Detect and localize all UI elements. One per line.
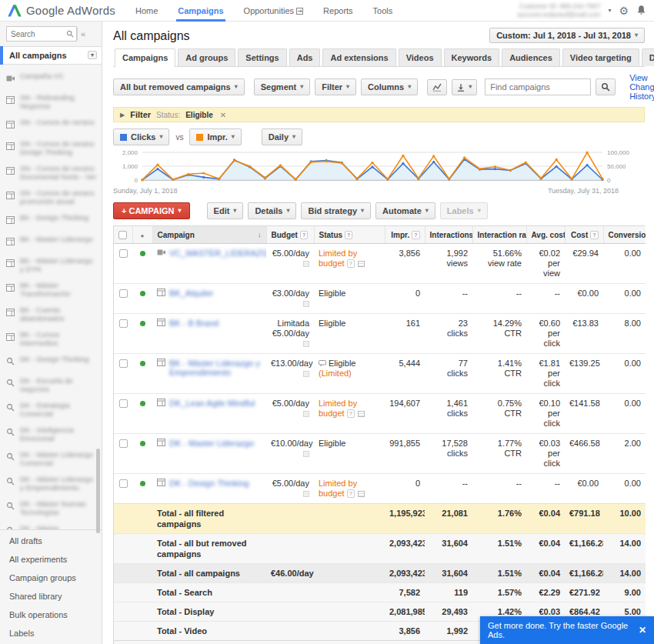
chart-toggle-button[interactable] (427, 79, 447, 95)
col-impr-[interactable]: Impr.? (385, 226, 425, 244)
filter-button[interactable]: Filter▾ (315, 78, 356, 95)
sidebar-item-shared-library[interactable]: Shared library (0, 587, 102, 606)
tab-audiences[interactable]: Audiences (502, 48, 560, 66)
sidebar-scrollbar[interactable] (96, 449, 100, 533)
sidebar-campaign-item[interactable]: SN - Rebranding Negocios (0, 89, 102, 114)
sidebar-campaign-item[interactable]: DK - Máster Transformación Digital Avanz… (0, 520, 102, 529)
nav-item-opportunities[interactable]: Opportunities (242, 1, 305, 22)
col-avg-cost[interactable]: Avg. cost? (526, 226, 565, 244)
sidebar-campaign-item[interactable]: DK - Máster Liderazgo Comercial (0, 446, 102, 471)
row-checkbox[interactable] (119, 439, 128, 448)
col-budget[interactable]: Budget? (266, 226, 314, 244)
report-sheet-icon[interactable] (358, 261, 365, 267)
sidebar-campaign-item[interactable]: SN - Cursos de verano promoción anual (0, 185, 102, 209)
edit-budget-icon[interactable] (303, 341, 309, 347)
campaign-link[interactable]: BK_Alquiler (169, 289, 213, 298)
sidebar-campaign-item[interactable]: DK - Máster Liderazgo y Emprendimiento (0, 471, 102, 496)
sidebar-item-campaign-groups[interactable]: Campaign groups (0, 569, 102, 587)
sidebar-item-all-campaigns[interactable]: All campaigns ▾ (0, 46, 102, 65)
sidebar-campaign-item[interactable]: BK - Cuenta abandonados (0, 302, 102, 326)
expand-triangle-icon[interactable]: ▶ (120, 112, 125, 118)
columns-button[interactable]: Columns▾ (361, 78, 418, 95)
gear-icon[interactable]: ⚙ (619, 5, 629, 16)
sidebar-campaign-item[interactable]: DK - Escuela de negocios (0, 372, 102, 397)
sidebar-campaign-item[interactable]: SN - Cursos de verano Documental Norte -… (0, 160, 102, 185)
col-interactions[interactable]: Interactions? (425, 226, 472, 244)
edit-budget-icon[interactable] (303, 261, 309, 267)
status-dot-column-header[interactable]: ● (132, 226, 152, 244)
select-all-checkbox[interactable] (114, 226, 132, 244)
find-search-button[interactable] (596, 78, 616, 95)
tab-video-targeting[interactable]: Video targeting (562, 48, 639, 66)
col-cost[interactable]: Cost? (565, 226, 603, 244)
campaign-link[interactable]: BK - B Brand (169, 319, 219, 328)
col-conversions[interactable]: Conversions? (603, 226, 646, 244)
row-checkbox[interactable] (119, 289, 128, 298)
edit-budget-icon[interactable] (303, 451, 309, 457)
automate-button[interactable]: Automate▾ (375, 202, 435, 219)
sidebar-campaign-item[interactable]: BK - Cursos intermedios (0, 326, 102, 351)
sidebar-campaign-item[interactable]: BK - Master Liderazgo (0, 231, 102, 252)
row-checkbox[interactable] (119, 319, 128, 328)
help-icon[interactable]: ? (590, 231, 598, 239)
sidebar-campaign-item[interactable]: DK - Inteligencia Emocional (0, 422, 102, 446)
tab-ad-extensions[interactable]: Ad extensions (322, 48, 395, 66)
tab-dimensions[interactable]: Dimensions (642, 48, 654, 66)
tab-settings[interactable]: Settings (238, 48, 286, 66)
sidebar-campaign-item[interactable]: SN - Cursos de verano Design Thinking (0, 135, 102, 160)
find-campaigns-input[interactable] (485, 78, 591, 95)
close-icon[interactable]: ✕ (639, 625, 646, 636)
nav-item-campaigns[interactable]: Campaigns (176, 1, 225, 22)
tab-ad-groups[interactable]: Ad groups (178, 48, 235, 66)
edit-budget-icon[interactable] (303, 411, 309, 417)
edit-budget-icon[interactable] (303, 371, 309, 377)
chevron-down-icon[interactable]: ▾ (88, 51, 97, 59)
new-campaign-button[interactable]: + CAMPAIGN▾ (113, 202, 190, 219)
report-sheet-icon[interactable] (358, 411, 365, 417)
help-icon[interactable]: ? (412, 231, 419, 239)
metric2-selector[interactable]: Impr.▾ (189, 128, 241, 145)
help-icon[interactable]: ? (347, 409, 355, 418)
tab-videos[interactable]: Videos (399, 48, 442, 66)
tab-campaigns[interactable]: Campaigns (115, 48, 175, 67)
sidebar-campaign-item[interactable]: Campaña VC (0, 68, 102, 89)
col-status[interactable]: Status? (314, 226, 385, 244)
sidebar-campaign-item[interactable]: DK - Máster Nuevas Tecnologías (0, 496, 102, 520)
interval-selector[interactable]: Daily▾ (262, 128, 302, 145)
campaign-link[interactable]: DK - Design Thinking (169, 479, 249, 488)
details-button[interactable]: Details▾ (248, 202, 296, 219)
sidebar-item-labels[interactable]: Labels (0, 624, 102, 642)
google-ads-promo-banner[interactable]: Get more done. Try the faster Google Ads… (480, 616, 654, 644)
sidebar-item-all-drafts[interactable]: All drafts (0, 532, 102, 550)
account-menu-caret[interactable]: ▾ (608, 8, 611, 14)
filter-bar-label[interactable]: Filter (130, 110, 151, 119)
remove-filter-icon[interactable]: ✕ (220, 111, 226, 119)
bid-strategy-button[interactable]: Bid strategy▾ (301, 202, 371, 219)
sidebar-campaign-item[interactable]: DK - Design Thinking (0, 351, 102, 372)
edit-budget-icon[interactable] (303, 301, 309, 307)
col-interaction-rate[interactable]: Interaction rate? (472, 226, 526, 244)
sidebar-search-icon[interactable] (66, 27, 74, 41)
view-change-history-link[interactable]: View Change History (629, 73, 654, 101)
sidebar-campaign-item[interactable]: BK - Máster Liderazgo y DYN (0, 252, 102, 277)
sidebar-item-all-experiments[interactable]: All experiments (0, 550, 102, 569)
campaign-link[interactable]: VC_MASTER_LIDERAZGO (169, 249, 266, 258)
download-button[interactable]: ▾ (452, 79, 477, 95)
nav-item-home[interactable]: Home (134, 1, 159, 22)
help-icon[interactable]: ? (345, 231, 352, 239)
row-checkbox[interactable] (119, 479, 128, 488)
sidebar-campaign-item[interactable]: SN - Cursos de verano (0, 114, 102, 135)
help-icon[interactable]: ? (347, 489, 355, 498)
report-sheet-icon[interactable] (358, 491, 365, 497)
sidebar-campaign-item[interactable]: DK - Estrategia Comercial (0, 397, 102, 422)
help-icon[interactable]: ? (347, 259, 355, 268)
campaign-link[interactable]: BK - Máster Liderazgo y Emprendimiento (169, 359, 262, 377)
col-campaign[interactable]: Campaign↓ (152, 226, 266, 244)
edit-budget-icon[interactable] (303, 491, 309, 497)
campaign-link[interactable]: DK_Lean Agile Mindful (169, 399, 255, 408)
edit-button[interactable]: Edit▾ (207, 202, 244, 219)
nav-item-reports[interactable]: Reports (322, 1, 355, 22)
campaign-scope-button[interactable]: All but removed campaigns▾ (113, 78, 245, 95)
metric1-selector[interactable]: Clicks▾ (113, 128, 169, 145)
sidebar-collapse-button[interactable]: « (77, 28, 88, 40)
